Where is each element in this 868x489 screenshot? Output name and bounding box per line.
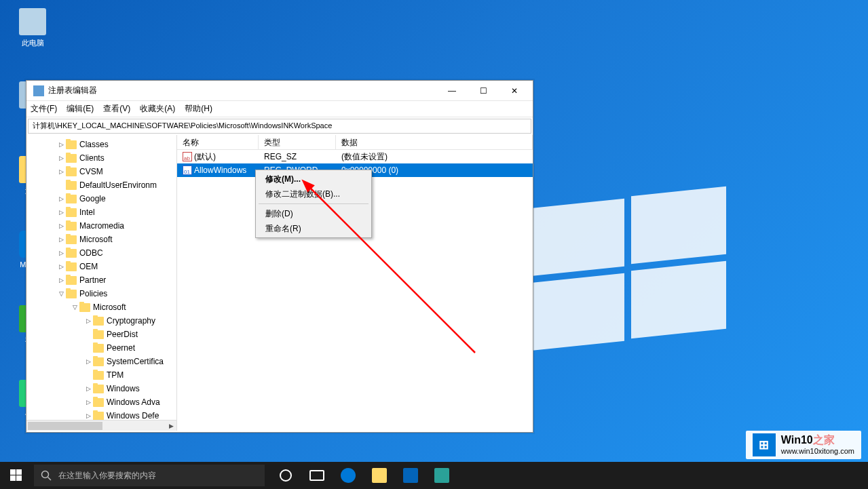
app-taskbar-icon[interactable] (426, 462, 457, 489)
tree-node[interactable]: ▽Microsoft (29, 300, 176, 314)
taskbar-search-input[interactable]: 在这里输入你要搜索的内容 (34, 465, 265, 486)
column-data[interactable]: 数据 (336, 135, 533, 149)
tree-node[interactable]: ▷Microsoft (29, 233, 176, 246)
folder-icon (93, 371, 104, 380)
menu-view[interactable]: 查看(V) (103, 103, 130, 115)
cortana-button[interactable] (270, 462, 301, 489)
app-icon (33, 85, 44, 96)
expander-icon[interactable]: ▷ (56, 209, 66, 216)
expander-icon[interactable]: ▷ (56, 168, 66, 175)
context-menu: 修改(M)... 修改二进制数据(B)... 删除(D) 重命名(R) (255, 170, 372, 238)
value-type: REG_SZ (259, 152, 336, 161)
file-explorer-taskbar-icon[interactable] (364, 462, 395, 489)
expander-icon[interactable]: ▷ (83, 358, 93, 365)
expander-icon[interactable]: ▷ (56, 263, 66, 270)
desktop: 此电脑 回 测试 Micr Ed 秒关 修复 注册表编辑器 — ☐ ✕ 文件(F… (0, 0, 868, 489)
tree-node[interactable]: ▷Cryptography (29, 314, 176, 328)
tree-node[interactable]: ▷ODBC (29, 246, 176, 260)
menu-file[interactable]: 文件(F) (31, 103, 57, 115)
windows-icon (10, 469, 22, 482)
folder-icon (93, 385, 104, 393)
tree-node[interactable]: ▷Macromedia (29, 219, 176, 233)
tree-node[interactable]: ▽Policies (29, 287, 176, 300)
expander-icon[interactable]: ▷ (56, 250, 66, 256)
folder-icon (66, 249, 77, 258)
list-header: 名称 类型 数据 (177, 135, 533, 150)
tree-node-label: Microsoft (93, 302, 126, 312)
column-name[interactable]: 名称 (177, 135, 259, 149)
expander-icon[interactable]: ▷ (56, 141, 66, 148)
context-menu-modify-binary[interactable]: 修改二进制数据(B)... (257, 187, 370, 201)
tree-node[interactable]: ▷Partner (29, 273, 176, 287)
tree-node[interactable]: PeerDist (29, 328, 176, 341)
expander-icon[interactable]: ▷ (83, 412, 93, 419)
expander-icon[interactable]: ▷ (56, 277, 66, 283)
watermark-logo-icon: ⊞ (753, 433, 776, 456)
folder-icon (93, 344, 104, 353)
tree-node[interactable]: TPM (29, 368, 176, 382)
expander-icon[interactable]: ▷ (56, 155, 66, 161)
expander-icon[interactable]: ▷ (56, 222, 66, 229)
registry-editor-window: 注册表编辑器 — ☐ ✕ 文件(F) 编辑(E) 查看(V) 收藏夹(A) 帮助… (26, 80, 533, 433)
tree-node[interactable]: ▷CVSM (29, 165, 176, 178)
watermark-url: www.win10xitong.com (781, 447, 854, 456)
tree-node-label: Clients (79, 153, 105, 163)
folder-icon (66, 140, 77, 149)
expander-icon[interactable]: ▽ (56, 290, 66, 297)
expander-icon[interactable]: ▷ (83, 399, 93, 406)
task-view-button[interactable] (301, 462, 333, 489)
tree-node-label: CVSM (79, 167, 103, 176)
folder-icon (93, 317, 104, 326)
maximize-button[interactable]: ☐ (468, 81, 499, 100)
list-row[interactable]: (默认)REG_SZ(数值未设置) (177, 150, 533, 163)
tree-node[interactable]: ▷Clients (29, 151, 176, 165)
desktop-icon-this-pc[interactable]: 此电脑 (12, 8, 53, 48)
folder-icon (66, 195, 77, 203)
expander-icon[interactable]: ▷ (56, 236, 66, 243)
tree-node[interactable]: ▷Windows Adva (29, 395, 176, 409)
expander-icon[interactable]: ▽ (70, 304, 79, 311)
tree-node-label: Partner (79, 275, 106, 285)
scroll-right-arrow-icon[interactable]: ▶ (166, 420, 176, 431)
menu-favorites[interactable]: 收藏夹(A) (140, 103, 175, 115)
context-menu-modify[interactable]: 修改(M)... (257, 172, 370, 187)
close-button[interactable]: ✕ (499, 81, 530, 100)
start-button[interactable] (0, 462, 33, 489)
edge-taskbar-icon[interactable] (333, 462, 364, 489)
titlebar[interactable]: 注册表编辑器 — ☐ ✕ (26, 81, 533, 101)
minimize-button[interactable]: — (436, 81, 468, 100)
tree-node[interactable]: ▷OEM (29, 260, 176, 273)
mail-taskbar-icon[interactable] (395, 462, 426, 489)
menu-help[interactable]: 帮助(H) (185, 103, 212, 115)
context-menu-delete[interactable]: 删除(D) (257, 206, 370, 221)
tree-node[interactable]: ▷Windows (29, 382, 176, 395)
scrollbar-thumb[interactable] (28, 422, 102, 430)
expander-icon[interactable]: ▷ (56, 195, 66, 202)
expander-icon[interactable]: ▷ (83, 317, 93, 324)
registry-value-icon (183, 152, 192, 161)
tree-node-label: Peernet (107, 343, 135, 353)
tree-node-label: OEM (79, 262, 98, 271)
address-bar[interactable]: 计算机\HKEY_LOCAL_MACHINE\SOFTWARE\Policies… (28, 119, 531, 134)
tree-node[interactable]: ▷SystemCertifica (29, 355, 176, 368)
folder-icon (66, 181, 77, 190)
svg-line-6 (48, 477, 52, 481)
tree-horizontal-scrollbar[interactable]: ◀ ▶ (26, 420, 176, 431)
folder-icon (66, 262, 77, 271)
tree-node[interactable]: ▷Classes (29, 138, 176, 151)
tree-node[interactable]: ▷Intel (29, 206, 176, 219)
menu-edit[interactable]: 编辑(E) (67, 103, 94, 115)
folder-icon (93, 398, 104, 407)
watermark-suffix: 之家 (813, 434, 835, 446)
tree-node-label: Policies (79, 289, 107, 298)
expander-icon[interactable]: ▷ (83, 385, 93, 392)
svg-point-5 (42, 471, 49, 478)
tree-node[interactable]: DefaultUserEnvironm (29, 178, 176, 192)
tree-view[interactable]: ▷Classes▷Clients▷CVSMDefaultUserEnvironm… (26, 135, 177, 431)
tree-node[interactable]: Peernet (29, 341, 176, 355)
tree-node[interactable]: ▷Google (29, 192, 176, 206)
tree-node-label: Windows Defe (107, 411, 159, 420)
column-type[interactable]: 类型 (259, 135, 336, 149)
context-menu-rename[interactable]: 重命名(R) (257, 221, 370, 236)
tree-node-label: Windows (107, 384, 140, 393)
